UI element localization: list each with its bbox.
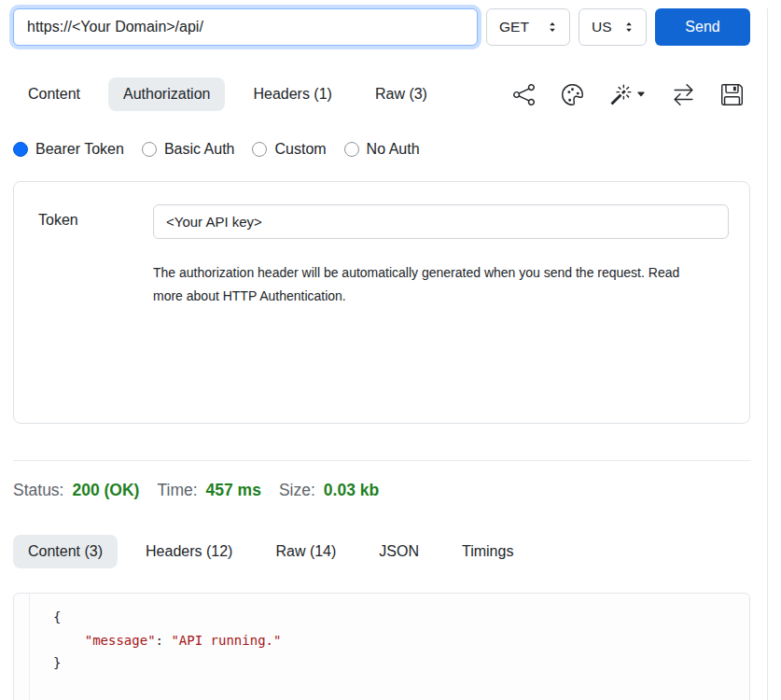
json-close-brace: } <box>53 655 61 670</box>
size-label: Size: <box>279 481 315 500</box>
size-item: Size: 0.03 kb <box>279 481 379 500</box>
status-label: Status: <box>13 481 63 500</box>
response-tab-raw[interactable]: Raw (14) <box>260 535 351 568</box>
method-select[interactable]: GET <box>486 8 570 46</box>
time-label: Time: <box>157 481 197 500</box>
radio-selected-icon <box>13 142 28 157</box>
json-value: "API running." <box>171 633 281 648</box>
time-item: Time: 457 ms <box>157 481 260 500</box>
response-tab-timings[interactable]: Timings <box>447 535 528 568</box>
status-value: 200 (OK) <box>72 481 139 500</box>
save-icon[interactable] <box>721 84 743 105</box>
up-down-arrows-icon <box>546 21 559 34</box>
response-summary: Status: 200 (OK) Time: 457 ms Size: 0.03… <box>13 481 750 500</box>
tab-raw[interactable]: Raw (3) <box>360 77 442 111</box>
tab-content[interactable]: Content <box>13 77 95 111</box>
response-tab-json[interactable]: JSON <box>364 535 434 568</box>
region-select[interactable]: US <box>579 8 647 46</box>
token-panel-body: The authorization header will be automat… <box>153 204 729 423</box>
request-tabs: Content Authorization Headers (1) Raw (3… <box>13 77 442 111</box>
request-tabs-row: Content Authorization Headers (1) Raw (3… <box>13 77 750 111</box>
json-separator: : <box>156 633 172 648</box>
auth-type-options: Bearer Token Basic Auth Custom No Auth <box>13 141 750 158</box>
api-tester-pane: GET US Send Content Authorization Header… <box>0 8 768 700</box>
radio-basic-auth[interactable]: Basic Auth <box>142 141 235 158</box>
token-label: Token <box>38 204 153 423</box>
radio-unselected-icon <box>252 142 267 157</box>
token-input[interactable] <box>153 204 729 239</box>
region-select-value: US <box>592 19 612 35</box>
tab-headers[interactable]: Headers (1) <box>238 77 346 111</box>
status-item: Status: 200 (OK) <box>13 481 139 500</box>
request-toolbar <box>513 84 750 105</box>
radio-basic-label: Basic Auth <box>164 141 235 158</box>
response-json-code: { "message": "API running." } <box>29 594 749 700</box>
section-divider <box>13 460 750 461</box>
json-key: "message" <box>85 633 156 648</box>
response-body-block: { "message": "API running." } <box>13 593 750 700</box>
radio-custom[interactable]: Custom <box>252 141 326 158</box>
radio-custom-label: Custom <box>274 141 326 158</box>
method-select-value: GET <box>499 19 529 35</box>
size-value: 0.03 kb <box>324 481 379 500</box>
request-bar: GET US Send <box>13 8 750 46</box>
radio-unselected-icon <box>344 142 359 157</box>
up-down-arrows-icon <box>622 21 635 34</box>
chevron-down-icon <box>636 90 646 99</box>
palette-icon[interactable] <box>562 84 583 105</box>
response-tabs-row: Content (3) Headers (12) Raw (14) JSON T… <box>13 535 750 568</box>
json-open-brace: { <box>53 609 61 624</box>
magic-wand-dropdown[interactable] <box>610 84 646 105</box>
tab-authorization[interactable]: Authorization <box>108 77 225 111</box>
time-value: 457 ms <box>206 481 261 500</box>
token-help-text: The authorization header will be automat… <box>153 261 700 308</box>
radio-bearer-label: Bearer Token <box>35 141 124 158</box>
radio-bearer-token[interactable]: Bearer Token <box>13 141 124 158</box>
radio-no-auth[interactable]: No Auth <box>344 141 420 158</box>
bearer-token-panel: Token The authorization header will be a… <box>13 181 750 424</box>
swap-arrows-icon[interactable] <box>673 84 694 105</box>
url-input[interactable] <box>13 8 478 46</box>
json-indent <box>53 633 85 648</box>
response-tabs: Content (3) Headers (12) Raw (14) JSON T… <box>13 535 528 568</box>
radio-unselected-icon <box>142 142 157 157</box>
response-tab-content[interactable]: Content (3) <box>13 535 118 568</box>
share-icon[interactable] <box>513 84 535 105</box>
send-button[interactable]: Send <box>655 8 750 46</box>
radio-no-auth-label: No Auth <box>367 141 420 158</box>
response-tab-headers[interactable]: Headers (12) <box>131 535 247 568</box>
magic-wand-icon <box>610 84 632 105</box>
